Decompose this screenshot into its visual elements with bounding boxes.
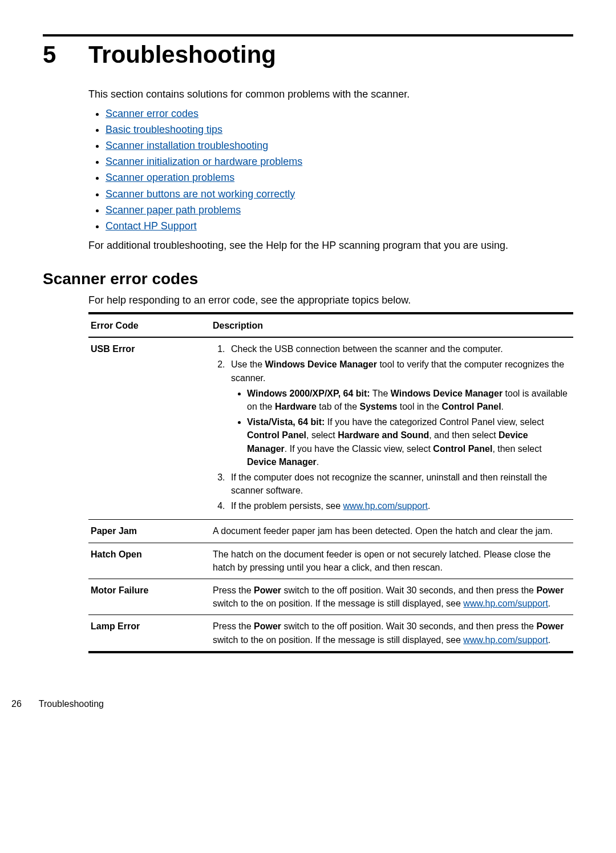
sub-item: Vista/Vista, 64 bit: If you have the cat… [247,415,568,468]
step: If the computer does not recognize the s… [228,471,568,497]
bold-text: Power [254,621,281,631]
error-code: Lamp Error [88,615,210,652]
bold-text: Control Panel [247,430,306,440]
step: If the problem persists, see www.hp.com/… [228,499,568,512]
bold-text: Power [254,585,281,595]
topic-link[interactable]: Contact HP Support [106,220,197,232]
topic-link[interactable]: Scanner paper path problems [106,204,241,216]
bold-text: Hardware [275,402,317,411]
text: . [428,501,430,511]
chapter-header: 5 Troubleshooting [43,41,573,68]
error-description: The hatch on the document feeder is open… [210,543,573,579]
text: , and then select [429,430,499,440]
table-header-desc: Description [210,313,573,337]
top-rule [43,34,573,37]
list-item: Scanner error codes [106,106,573,121]
text: If you have the categorized Control Pane… [325,417,544,427]
list-item: Scanner operation problems [106,170,573,185]
text: switch to the on position. If the messag… [213,635,463,645]
document-page: 5 Troubleshooting This section contains … [0,0,616,732]
section-heading: Scanner error codes [43,270,573,288]
list-item: Scanner installation troubleshooting [106,138,573,153]
step: Check the USB connection between the sca… [228,342,568,355]
intro-paragraph: This section contains solutions for comm… [88,87,573,102]
table-row: USB Error Check the USB connection betwe… [88,337,573,520]
table-row: Hatch Open The hatch on the document fee… [88,543,573,579]
bold-text: Windows 2000/XP/XP, 64 bit: [247,389,370,398]
topic-link[interactable]: Scanner buttons are not working correctl… [106,188,295,200]
text: tool in the [397,402,441,411]
text: switch to the off position. Wait 30 seco… [281,621,536,631]
bold-text: Windows Device Manager [265,359,377,369]
error-description: Check the USB connection between the sca… [210,337,573,520]
bold-text: Control Panel [433,444,492,454]
text: If the problem persists, see [231,501,343,511]
support-link[interactable]: www.hp.com/support [463,599,548,608]
text: Press the [213,621,254,631]
bold-text: Windows Device Manager [391,389,502,398]
table-row: Lamp Error Press the Power switch to the… [88,615,573,652]
sub-item: Windows 2000/XP/XP, 64 bit: The Windows … [247,387,568,413]
additional-paragraph: For additional troubleshooting, see the … [88,238,573,253]
page-footer: 26 Troubleshooting [11,699,573,709]
step: Use the Windows Device Manager tool to v… [228,358,568,468]
error-code: Hatch Open [88,543,210,579]
text: . [317,457,319,467]
text: . [548,635,550,645]
text: Use the [231,359,265,369]
bold-text: Power [536,621,564,631]
bold-text: Hardware and Sound [338,430,429,440]
topic-link[interactable]: Scanner initialization or hardware probl… [106,156,302,167]
text: , then select [492,444,541,454]
text: Press the [213,585,254,595]
error-description: Press the Power switch to the off positi… [210,615,573,652]
error-code-table: Error Code Description USB Error Check t… [88,312,573,653]
chapter-number: 5 [43,41,88,68]
text: tab of the [317,402,360,411]
list-item: Scanner paper path problems [106,203,573,217]
chapter-body: This section contains solutions for comm… [88,87,573,253]
bold-text: Control Panel [442,402,501,411]
topic-link[interactable]: Scanner operation problems [106,172,234,183]
text: . [501,402,504,411]
error-description: A document feeder paper jam has been det… [210,520,573,543]
text: , select [306,430,338,440]
table-row: Paper Jam A document feeder paper jam ha… [88,520,573,543]
section-intro: For help responding to an error code, se… [88,293,573,308]
list-item: Scanner buttons are not working correctl… [106,187,573,201]
text: switch to the on position. If the messag… [213,599,463,608]
bold-text: Device Manager [247,457,317,467]
section-body: For help responding to an error code, se… [88,293,573,653]
page-number: 26 [11,699,22,709]
text: . If you have the Classic view, select [285,444,433,454]
topic-link[interactable]: Scanner installation troubleshooting [106,140,268,151]
list-item: Scanner initialization or hardware probl… [106,154,573,169]
topic-link[interactable]: Basic troubleshooting tips [106,124,222,135]
table-header-code: Error Code [88,313,210,337]
error-code: Paper Jam [88,520,210,543]
text: The [370,389,391,398]
error-code: USB Error [88,337,210,520]
chapter-title: Troubleshooting [88,41,276,68]
bold-text: Vista/Vista, 64 bit: [247,417,325,427]
topic-link[interactable]: Scanner error codes [106,108,198,119]
topic-list: Scanner error codes Basic troubleshootin… [88,106,573,233]
bold-text: Systems [359,402,397,411]
list-item: Basic troubleshooting tips [106,122,573,137]
support-link[interactable]: www.hp.com/support [463,635,548,645]
bold-text: Power [536,585,564,595]
list-item: Contact HP Support [106,219,573,233]
table-row: Motor Failure Press the Power switch to … [88,579,573,615]
footer-title: Troubleshooting [39,699,104,709]
support-link[interactable]: www.hp.com/support [343,501,428,511]
text: switch to the off position. Wait 30 seco… [281,585,536,595]
error-code: Motor Failure [88,579,210,615]
error-description: Press the Power switch to the off positi… [210,579,573,615]
text: . [548,599,550,608]
